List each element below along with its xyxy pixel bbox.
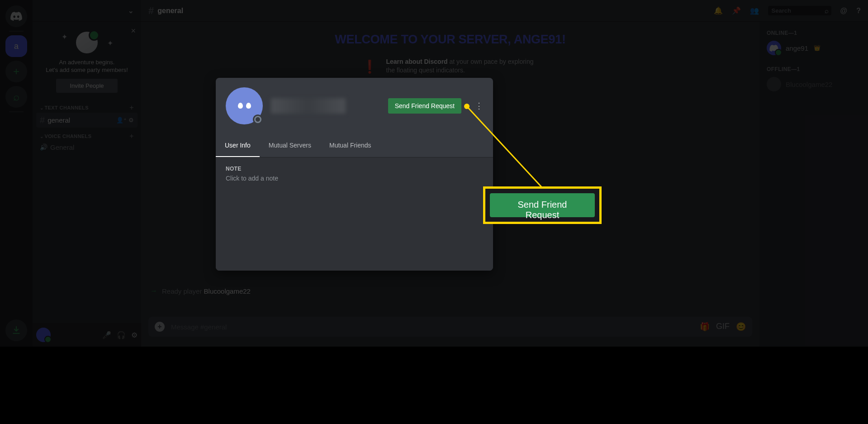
voice-channel-name: General [50,143,74,151]
message-input-placeholder: Message #general [171,323,693,331]
voice-channels-header[interactable]: VOICE CHANNELS + [36,132,138,140]
channel-name: general [47,116,70,124]
note-label: NOTE [226,166,483,172]
welcome-title: WELCOME TO YOUR SERVER, ANGE91! [141,22,759,57]
members-list: ONLINE—1 ange91 👑 OFFLINE—1 Blucoolgame2… [759,22,868,347]
channel-header: # general 🔔 📌 👥 Search @ ? [141,0,868,22]
system-msg-prefix: Ready player [162,287,204,295]
discord-logo-icon [10,12,23,21]
user-panel: 🎤 🎧 ⚙ [33,323,141,347]
join-arrow-icon: → [150,287,157,295]
annotation-anchor-dot [464,104,470,109]
channel-title: general [157,7,183,15]
welcome-line1: An adventure begins. [59,59,115,66]
text-channels-header[interactable]: TEXT CHANNELS + [36,104,138,112]
voice-channels-group: VOICE CHANNELS + 🔊 General [33,129,141,154]
inbox-icon[interactable]: @ [840,7,848,15]
server-divider-2 [9,111,24,112]
chevron-down-icon: ⌄ [128,7,134,15]
attach-button[interactable]: + [155,322,165,332]
server-owner-crown-icon: 👑 [814,45,821,51]
profile-body: NOTE Click to add a note [216,157,493,271]
member-avatar [767,41,781,55]
welcome-orb-icon [76,32,98,53]
gift-icon[interactable]: 🎁 [700,322,710,332]
notifications-icon[interactable]: 🔔 [714,6,723,15]
system-msg-username[interactable]: Blucoolgame22 [204,287,251,295]
help-icon[interactable]: ? [856,7,861,15]
tab-user-info[interactable]: User Info [216,135,260,157]
annotation-send-friend-request-button: Send Friend Request [490,193,595,217]
voice-channels-label: VOICE CHANNELS [40,133,91,139]
download-apps-button[interactable] [5,319,27,341]
profile-username-redacted [271,98,346,114]
profile-more-options-button[interactable]: ⋮ [475,101,483,111]
note-input[interactable]: Click to add a note [226,175,483,182]
learn-bold: Learn about Discord [386,58,448,65]
deafen-button[interactable]: 🎧 [117,331,126,339]
invite-people-button[interactable]: Invite People [56,79,117,93]
annotation-callout-box: Send Friend Request [483,186,602,224]
server-rail: a + ⌕ [0,0,33,347]
hash-icon: # [40,115,45,125]
search-input[interactable]: Search [768,6,831,15]
download-icon [12,326,21,335]
emoji-icon[interactable]: 😊 [736,322,746,332]
channel-sidebar: ⌄ × ✦ ✦ An adventure begins. Let's add s… [33,0,141,347]
server-icon-active[interactable]: a [5,35,27,57]
member-avatar [767,77,781,91]
member-name: ange91 [786,44,808,52]
speaker-icon: 🔊 [40,143,47,151]
user-settings-button[interactable]: ⚙ [131,331,138,339]
explore-servers-button[interactable]: ⌕ [5,86,27,108]
welcome-line2: Let's add some party members! [46,67,128,73]
add-server-button[interactable]: + [5,61,27,82]
gif-icon[interactable]: GIF [716,322,730,332]
server-divider [9,31,24,32]
channel-settings-icon[interactable]: ⚙ [128,117,134,124]
hash-icon: # [148,5,154,17]
offline-header: OFFLINE—1 [763,66,864,75]
mute-button[interactable]: 🎤 [102,331,111,339]
member-row-offline[interactable]: Blucoolgame22 [763,75,864,93]
message-input[interactable]: + Message #general 🎁 GIF 😊 [148,317,752,337]
quest-indicator-icon: ❗ [361,57,379,76]
pinned-messages-icon[interactable]: 📌 [732,6,741,15]
discord-avatar-icon [769,45,778,52]
channel-general[interactable]: # general 👤⁺ ⚙ [36,113,138,128]
text-channels-group: TEXT CHANNELS + # general 👤⁺ ⚙ [33,100,141,129]
voice-channel-general[interactable]: 🔊 General [36,141,138,153]
send-friend-request-button[interactable]: Send Friend Request [388,98,461,114]
member-list-toggle[interactable]: 👥 [750,6,759,15]
member-name: Blucoolgame22 [786,81,832,88]
member-row-online[interactable]: ange91 👑 [763,39,864,57]
online-header: ONLINE—1 [763,30,864,39]
welcome-card: × ✦ ✦ An adventure begins. Let's add som… [33,22,141,100]
sparkle-icon: ✦ [107,39,113,48]
text-channels-label: TEXT CHANNELS [40,105,89,110]
close-welcome-button[interactable]: × [131,26,136,36]
self-avatar[interactable] [36,328,51,342]
profile-avatar[interactable] [226,87,263,124]
profile-tabs: User Info Mutual Servers Mutual Friends [216,133,493,157]
create-invite-icon[interactable]: 👤⁺ [116,117,127,124]
server-header[interactable]: ⌄ [33,0,141,22]
status-offline-icon [253,114,263,124]
system-join-message: → Ready player Blucoolgame22 [141,283,759,299]
add-voice-channel-button[interactable]: + [129,132,134,140]
tab-mutual-friends[interactable]: Mutual Friends [320,135,380,157]
home-server-button[interactable] [5,5,27,27]
profile-modal-header: Send Friend Request ⋮ [216,78,493,133]
sparkle-icon: ✦ [62,33,67,41]
user-profile-modal: Send Friend Request ⋮ User Info Mutual S… [216,78,493,271]
tab-mutual-servers[interactable]: Mutual Servers [260,135,320,157]
add-text-channel-button[interactable]: + [129,104,134,112]
discord-avatar-icon [238,103,251,109]
